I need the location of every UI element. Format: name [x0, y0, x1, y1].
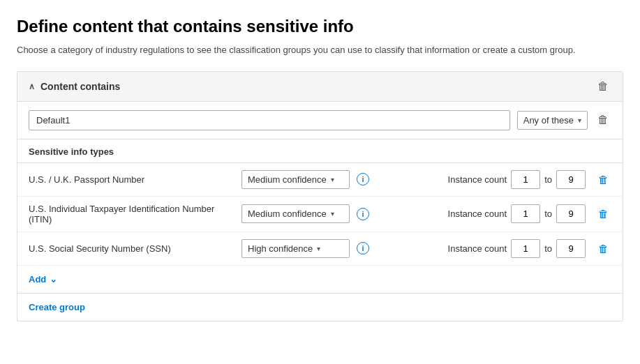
- confidence-label-1: Medium confidence: [248, 208, 327, 219]
- confidence-label-0: Medium confidence: [248, 174, 327, 185]
- instance-count-to-0[interactable]: [556, 170, 586, 189]
- info-type-name: U.S. Individual Taxpayer Identification …: [29, 204, 235, 225]
- confidence-dropdown-0[interactable]: Medium confidence ▾: [241, 170, 350, 189]
- content-contains-card: ∧ Content contains 🗑 Any of these ▾ 🗑 Se…: [17, 71, 623, 321]
- instance-count-label-2: Instance count: [448, 243, 507, 254]
- delete-card-button[interactable]: 🗑: [595, 79, 611, 94]
- info-row: U.S. / U.K. Passport Number Medium confi…: [17, 163, 623, 197]
- info-icon-0[interactable]: i: [357, 173, 369, 185]
- info-row: U.S. Individual Taxpayer Identification …: [17, 197, 623, 232]
- add-chevron-icon: ⌄: [50, 274, 57, 285]
- create-group-row: Create group: [17, 294, 623, 321]
- info-type-name: U.S. / U.K. Passport Number: [29, 174, 235, 185]
- confidence-label-2: High confidence: [248, 243, 313, 254]
- to-label-1: to: [544, 208, 552, 219]
- card-body: Any of these ▾ 🗑 Sensitive info types U.…: [17, 102, 623, 321]
- confidence-chevron-icon-2: ▾: [317, 245, 320, 252]
- instance-count-section-0: Instance count to: [448, 170, 586, 189]
- instance-count-section-1: Instance count to: [448, 204, 586, 223]
- info-icon-1[interactable]: i: [357, 208, 369, 220]
- page-subtitle: Choose a category of industry regulation…: [17, 43, 623, 57]
- delete-group-button[interactable]: 🗑: [595, 112, 611, 128]
- delete-row-1-button[interactable]: 🗑: [595, 206, 611, 221]
- to-label-2: to: [544, 243, 552, 254]
- group-name-row: Any of these ▾ 🗑: [17, 102, 623, 139]
- any-of-chevron-icon: ▾: [578, 116, 581, 124]
- card-header-left: ∧ Content contains: [29, 81, 120, 92]
- info-type-name: U.S. Social Security Number (SSN): [29, 243, 235, 254]
- page-title: Define content that contains sensitive i…: [17, 17, 623, 36]
- create-group-button[interactable]: Create group: [29, 301, 85, 314]
- instance-count-from-2[interactable]: [511, 239, 540, 258]
- instance-count-from-1[interactable]: [511, 204, 540, 223]
- add-button[interactable]: Add ⌄: [29, 273, 57, 286]
- instance-count-to-2[interactable]: [556, 239, 586, 258]
- instance-count-label-0: Instance count: [448, 174, 507, 185]
- any-of-dropdown[interactable]: Any of these ▾: [517, 111, 588, 130]
- add-row: Add ⌄: [17, 266, 623, 294]
- info-row: U.S. Social Security Number (SSN) High c…: [17, 232, 623, 266]
- confidence-chevron-icon-1: ▾: [331, 210, 334, 218]
- add-label: Add: [29, 274, 46, 285]
- instance-count-section-2: Instance count to: [448, 239, 586, 258]
- info-icon-2[interactable]: i: [357, 242, 369, 255]
- to-label-0: to: [544, 174, 552, 185]
- confidence-chevron-icon-0: ▾: [331, 176, 334, 183]
- group-name-input[interactable]: [29, 110, 510, 130]
- delete-row-0-button[interactable]: 🗑: [595, 172, 611, 187]
- delete-row-2-button[interactable]: 🗑: [595, 241, 611, 256]
- section-title: Sensitive info types: [17, 139, 623, 163]
- instance-count-label-1: Instance count: [448, 208, 507, 219]
- card-header: ∧ Content contains 🗑: [17, 72, 623, 102]
- collapse-icon[interactable]: ∧: [29, 82, 35, 91]
- any-of-label: Any of these: [523, 115, 574, 126]
- card-header-label: Content contains: [40, 81, 120, 92]
- confidence-dropdown-2[interactable]: High confidence ▾: [241, 239, 350, 258]
- instance-count-from-0[interactable]: [511, 170, 540, 189]
- instance-count-to-1[interactable]: [556, 204, 586, 223]
- confidence-dropdown-1[interactable]: Medium confidence ▾: [241, 204, 350, 223]
